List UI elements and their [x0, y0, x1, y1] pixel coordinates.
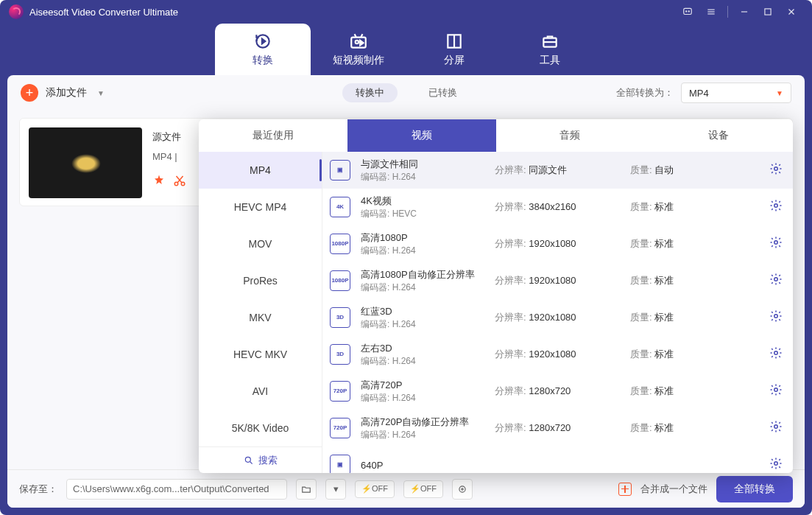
format-category-item[interactable]: ProRes	[199, 262, 322, 299]
preset-settings-button[interactable]	[769, 420, 783, 436]
output-format-select[interactable]: MP4 ▼	[681, 83, 791, 103]
preset-quality: 质量: 标准	[630, 348, 755, 361]
browse-folder-button[interactable]	[296, 479, 317, 500]
format-popover: 最近使用 视频 音频 设备 MP4HEVC MP4MOVProResMKVHEV…	[199, 119, 793, 473]
preset-encoder: 编码器: H.264	[361, 281, 484, 294]
preset-encoder: 编码器: H.264	[361, 318, 484, 331]
minimize-icon[interactable]	[732, 3, 756, 21]
format-category-item[interactable]: HEVC MP4	[199, 189, 322, 225]
preset-settings-button[interactable]	[769, 309, 783, 326]
popover-tab-device[interactable]: 设备	[644, 119, 793, 152]
format-preset-row[interactable]: 4K4K视频编码器: HEVC分辨率: 3840x2160质量: 标准	[322, 189, 793, 225]
close-icon[interactable]	[780, 3, 803, 21]
preset-settings-button[interactable]	[769, 162, 783, 178]
search-icon	[244, 455, 254, 466]
format-badge-icon: 1080P	[330, 270, 350, 291]
popover-tab-recent[interactable]: 最近使用	[199, 119, 347, 152]
high-speed-chip[interactable]: ⚡OFF	[403, 480, 443, 498]
add-files-label: 添加文件	[46, 86, 87, 99]
preset-settings-button[interactable]	[769, 383, 783, 399]
format-category-item[interactable]: MP4	[199, 152, 322, 189]
format-preset-row[interactable]: 1080P高清1080P自动修正分辨率编码器: H.264分辨率: 1920x1…	[322, 262, 793, 299]
format-badge-icon: 3D	[330, 344, 350, 365]
merge-label: 合并成一个文件	[640, 483, 707, 496]
gpu-chip[interactable]: ⚡OFF	[355, 480, 395, 498]
video-thumbnail[interactable]	[29, 127, 142, 198]
format-preset-row[interactable]: 3D红蓝3D编码器: H.264分辨率: 1920x1080质量: 标准	[322, 299, 793, 336]
menu-icon[interactable]	[699, 3, 723, 21]
preset-quality: 质量: 标准	[630, 385, 755, 398]
format-preset-row[interactable]: 720P高清720P自动修正分辨率编码器: H.264分辨率: 1280x720…	[322, 410, 793, 446]
preset-resolution: 分辨率: 1920x1080	[495, 348, 620, 361]
preset-title: 高清720P	[361, 379, 484, 392]
svg-point-24	[459, 486, 465, 491]
format-category-item[interactable]: MOV	[199, 225, 322, 262]
tab-tools-label: 工具	[540, 54, 560, 67]
tab-split[interactable]: 分屏	[406, 24, 502, 75]
svg-point-28	[774, 167, 778, 171]
format-preset-row[interactable]: ▣与源文件相同编码器: H.264分辨率: 同源文件质量: 自动	[322, 152, 793, 189]
format-badge-icon: 720P	[330, 381, 350, 402]
merge-icon[interactable]	[618, 483, 632, 496]
preset-settings-button[interactable]	[769, 199, 783, 215]
preset-quality: 质量: 自动	[630, 164, 755, 177]
feedback-icon[interactable]	[676, 3, 699, 21]
format-badge-icon: ▣	[330, 455, 350, 473]
svg-rect-7	[765, 9, 771, 15]
tab-converting[interactable]: 转换中	[342, 83, 398, 102]
format-preset-row[interactable]: 3D左右3D编码器: H.264分辨率: 1920x1080质量: 标准	[322, 336, 793, 373]
popover-tab-audio[interactable]: 音频	[496, 119, 645, 152]
preset-quality: 质量: 标准	[630, 311, 755, 324]
path-dropdown-button[interactable]: ▾	[325, 479, 346, 500]
app-logo	[9, 4, 24, 19]
format-preset-row[interactable]: ▣640P	[322, 446, 793, 473]
format-preset-row[interactable]: 720P高清720P编码器: H.264分辨率: 1280x720质量: 标准	[322, 373, 793, 410]
preset-title: 红蓝3D	[361, 305, 484, 318]
preset-quality: 质量: 标准	[630, 237, 755, 251]
preset-resolution: 分辨率: 1920x1080	[495, 311, 620, 324]
preset-settings-button[interactable]	[769, 273, 783, 289]
tab-shortvideo[interactable]: 短视频制作	[311, 24, 406, 75]
svg-point-25	[462, 488, 463, 489]
settings-icon[interactable]	[452, 479, 473, 500]
preset-resolution: 分辨率: 同源文件	[495, 164, 620, 177]
add-files-button[interactable]: + 添加文件 ▼	[21, 84, 105, 102]
app-title: Aiseesoft Video Converter Ultimate	[29, 7, 178, 18]
format-category-item[interactable]: AVI	[199, 373, 322, 410]
svg-point-32	[774, 315, 778, 318]
preset-settings-button[interactable]	[769, 236, 783, 252]
format-badge-icon: 1080P	[330, 234, 350, 254]
popover-tab-video[interactable]: 视频	[347, 119, 496, 152]
effects-icon[interactable]	[152, 174, 166, 187]
chevron-down-icon: ▼	[776, 89, 783, 97]
svg-point-35	[774, 425, 778, 429]
tab-converted[interactable]: 已转换	[415, 83, 470, 102]
chevron-down-icon: ▼	[97, 89, 105, 97]
tab-convert-label: 转换	[253, 54, 273, 67]
preset-resolution: 分辨率: 1280x720	[495, 421, 620, 435]
search-button[interactable]: 搜索	[199, 446, 322, 473]
format-preset-row[interactable]: 1080P高清1080P编码器: H.264分辨率: 1920x1080质量: …	[322, 225, 793, 262]
svg-point-31	[774, 278, 778, 281]
file-format-line: MP4 |	[152, 151, 186, 162]
format-badge-icon: 4K	[330, 197, 350, 217]
tab-tools[interactable]: 工具	[502, 24, 598, 75]
format-category-item[interactable]: 5K/8K Video	[199, 410, 322, 446]
titlebar-divider	[727, 6, 728, 18]
svg-point-36	[774, 462, 778, 466]
preset-settings-button[interactable]	[769, 346, 783, 362]
convert-all-button[interactable]: 全部转换	[716, 476, 793, 502]
maximize-icon[interactable]	[756, 3, 780, 21]
cut-icon[interactable]	[173, 174, 186, 187]
preset-settings-button[interactable]	[769, 457, 783, 473]
preset-title: 4K视频	[361, 195, 484, 208]
format-category-item[interactable]: HEVC MKV	[199, 336, 322, 373]
svg-rect-0	[684, 8, 692, 14]
tab-convert[interactable]: 转换	[215, 24, 311, 75]
preset-resolution: 分辨率: 1920x1080	[495, 237, 620, 251]
svg-line-23	[177, 176, 183, 183]
preset-resolution: 分辨率: 1920x1080	[495, 274, 620, 287]
format-category-item[interactable]: MKV	[199, 299, 322, 336]
output-path-field[interactable]: C:\Users\www.x6g.com...ter\Output\Conver…	[66, 479, 287, 500]
format-badge-icon: 720P	[330, 418, 350, 438]
